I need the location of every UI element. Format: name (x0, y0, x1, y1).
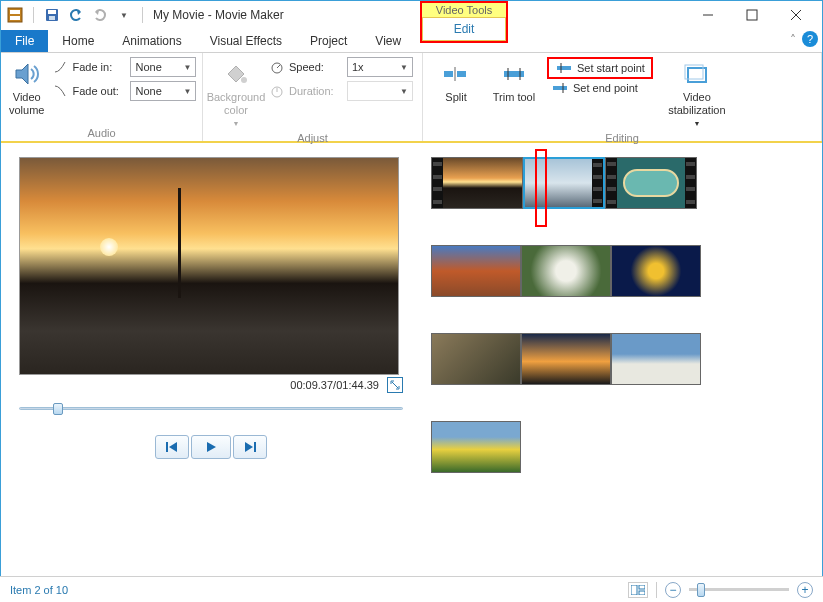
time-display: 00:09.37/01:44.39 (290, 379, 379, 391)
clip-thumbnail[interactable] (431, 245, 521, 297)
app-icon[interactable] (5, 5, 25, 25)
set-start-label: Set start point (577, 62, 645, 74)
title-bar: ▼ My Movie - Movie Maker Video Tools Edi… (1, 1, 822, 29)
save-button[interactable] (42, 5, 62, 25)
svg-rect-21 (557, 66, 571, 70)
fade-out-combo[interactable]: None▼ (130, 81, 196, 101)
svg-rect-4 (48, 10, 56, 14)
bg-color-label: Background color (207, 91, 266, 117)
clip-thumbnail[interactable] (521, 333, 611, 385)
speed-label: Speed: (289, 61, 343, 73)
clip-thumbnail[interactable] (611, 245, 701, 297)
qat-dropdown[interactable]: ▼ (114, 5, 134, 25)
preview-player[interactable] (19, 157, 399, 375)
paint-bucket-icon (222, 57, 250, 91)
svg-rect-16 (457, 71, 466, 77)
clip-thumbnail-selected[interactable] (523, 157, 605, 209)
window-title: My Movie - Movie Maker (153, 8, 284, 22)
split-label: Split (445, 91, 466, 104)
fade-in-label: Fade in: (72, 61, 126, 73)
clip-thumbnail[interactable] (611, 333, 701, 385)
speed-combo[interactable]: 1x▼ (347, 57, 413, 77)
seek-slider[interactable] (19, 401, 403, 417)
video-volume-button[interactable]: Video volume (9, 57, 44, 117)
fade-out-icon (52, 83, 68, 99)
svg-line-27 (392, 382, 398, 388)
collapse-ribbon-button[interactable]: ˄ (790, 33, 796, 47)
svg-rect-30 (631, 585, 637, 595)
split-button[interactable]: Split (431, 57, 481, 104)
start-point-icon (555, 61, 573, 75)
background-color-button[interactable]: Background color ▼ (211, 57, 261, 130)
view-mode-button[interactable] (628, 582, 648, 598)
set-start-point-button[interactable]: Set start point (551, 59, 649, 77)
svg-rect-32 (639, 591, 645, 595)
zoom-thumb[interactable] (697, 583, 705, 597)
minimize-button[interactable] (686, 1, 730, 29)
trim-label: Trim tool (493, 91, 535, 104)
tab-home[interactable]: Home (48, 30, 108, 52)
end-point-icon (551, 81, 569, 95)
context-group-label: Video Tools (422, 3, 506, 17)
tab-file[interactable]: File (1, 30, 48, 52)
svg-rect-15 (444, 71, 453, 77)
timeline-row (431, 157, 812, 209)
maximize-button[interactable] (730, 1, 774, 29)
tab-view[interactable]: View (361, 30, 415, 52)
tab-animations[interactable]: Animations (108, 30, 195, 52)
close-button[interactable] (774, 1, 818, 29)
zoom-out-button[interactable]: − (665, 582, 681, 598)
fade-in-combo[interactable]: None▼ (130, 57, 196, 77)
preview-thumbnail (20, 158, 398, 374)
video-volume-label: Video volume (9, 91, 44, 117)
zoom-slider[interactable] (689, 588, 789, 591)
prev-frame-button[interactable] (155, 435, 189, 459)
ribbon-tabs: File Home Animations Visual Effects Proj… (1, 29, 822, 53)
zoom-in-button[interactable]: + (797, 582, 813, 598)
timeline-row (431, 333, 812, 385)
clip-thumbnail[interactable] (521, 245, 611, 297)
ribbon: Video volume Fade in: None▼ Fade out: No… (1, 53, 822, 143)
timeline-row (431, 245, 812, 297)
seek-thumb[interactable] (53, 403, 63, 415)
trim-icon (500, 57, 528, 91)
duration-combo: ▼ (347, 81, 413, 101)
next-frame-button[interactable] (233, 435, 267, 459)
undo-button[interactable] (66, 5, 86, 25)
clip-thumbnail[interactable] (605, 157, 697, 209)
clip-thumbnail[interactable] (431, 333, 521, 385)
preview-pane: 00:09.37/01:44.39 (1, 143, 421, 543)
redo-button[interactable] (90, 5, 110, 25)
video-stabilization-button[interactable]: Video stabilization ▼ (661, 57, 733, 130)
playhead-marker[interactable] (535, 149, 547, 227)
help-button[interactable]: ? (802, 31, 818, 47)
play-button[interactable] (191, 435, 231, 459)
stabilization-label: Video stabilization (661, 91, 733, 117)
timeline-pane[interactable] (421, 143, 822, 543)
group-label-audio: Audio (9, 127, 194, 139)
duration-icon (269, 83, 285, 99)
trim-tool-button[interactable]: Trim tool (489, 57, 539, 104)
tab-visual-effects[interactable]: Visual Effects (196, 30, 296, 52)
svg-rect-2 (10, 16, 20, 20)
stabilization-icon (683, 57, 711, 91)
tab-project[interactable]: Project (296, 30, 361, 52)
fade-out-label: Fade out: (72, 85, 126, 97)
svg-rect-23 (553, 86, 567, 90)
svg-rect-29 (254, 442, 256, 452)
status-bar: Item 2 of 10 − + (0, 576, 823, 602)
highlight-set-start: Set start point (547, 57, 653, 79)
fade-in-icon (52, 59, 68, 75)
duration-label: Duration: (289, 85, 343, 97)
svg-point-10 (241, 77, 247, 83)
clip-thumbnail[interactable] (431, 421, 521, 473)
svg-line-12 (277, 65, 280, 68)
svg-rect-1 (10, 10, 20, 14)
quick-access-toolbar: ▼ (5, 5, 147, 25)
clip-thumbnail[interactable] (431, 157, 523, 209)
fullscreen-button[interactable] (387, 377, 403, 393)
svg-rect-5 (49, 16, 55, 20)
set-end-point-button[interactable]: Set end point (547, 79, 653, 97)
speed-icon (269, 59, 285, 75)
svg-rect-18 (504, 71, 524, 77)
